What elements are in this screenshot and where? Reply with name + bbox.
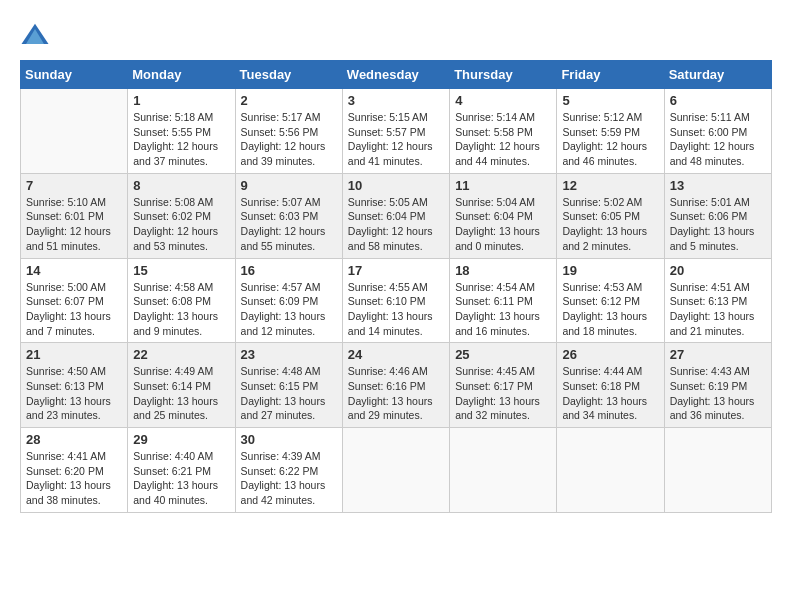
calendar-table: SundayMondayTuesdayWednesdayThursdayFrid… (20, 60, 772, 513)
day-number: 10 (348, 178, 444, 193)
day-info: Sunrise: 4:57 AMSunset: 6:09 PMDaylight:… (241, 280, 337, 339)
calendar-cell: 11Sunrise: 5:04 AMSunset: 6:04 PMDayligh… (450, 173, 557, 258)
logo (20, 20, 54, 50)
calendar-cell: 21Sunrise: 4:50 AMSunset: 6:13 PMDayligh… (21, 343, 128, 428)
calendar-cell: 19Sunrise: 4:53 AMSunset: 6:12 PMDayligh… (557, 258, 664, 343)
day-info: Sunrise: 5:10 AMSunset: 6:01 PMDaylight:… (26, 195, 122, 254)
day-info: Sunrise: 4:48 AMSunset: 6:15 PMDaylight:… (241, 364, 337, 423)
calendar-cell: 16Sunrise: 4:57 AMSunset: 6:09 PMDayligh… (235, 258, 342, 343)
calendar-header-row: SundayMondayTuesdayWednesdayThursdayFrid… (21, 61, 772, 89)
day-number: 19 (562, 263, 658, 278)
calendar-cell: 26Sunrise: 4:44 AMSunset: 6:18 PMDayligh… (557, 343, 664, 428)
calendar-cell: 14Sunrise: 5:00 AMSunset: 6:07 PMDayligh… (21, 258, 128, 343)
day-info: Sunrise: 4:55 AMSunset: 6:10 PMDaylight:… (348, 280, 444, 339)
day-number: 23 (241, 347, 337, 362)
day-info: Sunrise: 5:11 AMSunset: 6:00 PMDaylight:… (670, 110, 766, 169)
calendar-week-row: 14Sunrise: 5:00 AMSunset: 6:07 PMDayligh… (21, 258, 772, 343)
calendar-cell: 28Sunrise: 4:41 AMSunset: 6:20 PMDayligh… (21, 428, 128, 513)
day-number: 26 (562, 347, 658, 362)
calendar-cell: 2Sunrise: 5:17 AMSunset: 5:56 PMDaylight… (235, 89, 342, 174)
day-number: 7 (26, 178, 122, 193)
day-number: 18 (455, 263, 551, 278)
calendar-cell: 6Sunrise: 5:11 AMSunset: 6:00 PMDaylight… (664, 89, 771, 174)
calendar-cell (557, 428, 664, 513)
day-info: Sunrise: 5:12 AMSunset: 5:59 PMDaylight:… (562, 110, 658, 169)
day-info: Sunrise: 5:15 AMSunset: 5:57 PMDaylight:… (348, 110, 444, 169)
day-number: 28 (26, 432, 122, 447)
calendar-week-row: 28Sunrise: 4:41 AMSunset: 6:20 PMDayligh… (21, 428, 772, 513)
calendar-cell: 10Sunrise: 5:05 AMSunset: 6:04 PMDayligh… (342, 173, 449, 258)
day-info: Sunrise: 5:01 AMSunset: 6:06 PMDaylight:… (670, 195, 766, 254)
day-number: 15 (133, 263, 229, 278)
day-info: Sunrise: 4:50 AMSunset: 6:13 PMDaylight:… (26, 364, 122, 423)
calendar-week-row: 21Sunrise: 4:50 AMSunset: 6:13 PMDayligh… (21, 343, 772, 428)
day-number: 27 (670, 347, 766, 362)
calendar-cell: 18Sunrise: 4:54 AMSunset: 6:11 PMDayligh… (450, 258, 557, 343)
day-number: 25 (455, 347, 551, 362)
day-number: 29 (133, 432, 229, 447)
calendar-cell: 7Sunrise: 5:10 AMSunset: 6:01 PMDaylight… (21, 173, 128, 258)
day-info: Sunrise: 4:41 AMSunset: 6:20 PMDaylight:… (26, 449, 122, 508)
calendar-cell: 15Sunrise: 4:58 AMSunset: 6:08 PMDayligh… (128, 258, 235, 343)
calendar-cell: 17Sunrise: 4:55 AMSunset: 6:10 PMDayligh… (342, 258, 449, 343)
column-header-tuesday: Tuesday (235, 61, 342, 89)
column-header-saturday: Saturday (664, 61, 771, 89)
day-number: 30 (241, 432, 337, 447)
day-info: Sunrise: 5:17 AMSunset: 5:56 PMDaylight:… (241, 110, 337, 169)
calendar-cell: 20Sunrise: 4:51 AMSunset: 6:13 PMDayligh… (664, 258, 771, 343)
day-info: Sunrise: 5:04 AMSunset: 6:04 PMDaylight:… (455, 195, 551, 254)
day-number: 24 (348, 347, 444, 362)
day-info: Sunrise: 4:54 AMSunset: 6:11 PMDaylight:… (455, 280, 551, 339)
day-number: 3 (348, 93, 444, 108)
day-info: Sunrise: 4:40 AMSunset: 6:21 PMDaylight:… (133, 449, 229, 508)
calendar-cell: 22Sunrise: 4:49 AMSunset: 6:14 PMDayligh… (128, 343, 235, 428)
day-number: 16 (241, 263, 337, 278)
calendar-week-row: 1Sunrise: 5:18 AMSunset: 5:55 PMDaylight… (21, 89, 772, 174)
day-info: Sunrise: 4:58 AMSunset: 6:08 PMDaylight:… (133, 280, 229, 339)
calendar-cell: 27Sunrise: 4:43 AMSunset: 6:19 PMDayligh… (664, 343, 771, 428)
calendar-cell (664, 428, 771, 513)
day-number: 4 (455, 93, 551, 108)
day-info: Sunrise: 5:02 AMSunset: 6:05 PMDaylight:… (562, 195, 658, 254)
logo-icon (20, 20, 50, 50)
day-info: Sunrise: 5:18 AMSunset: 5:55 PMDaylight:… (133, 110, 229, 169)
calendar-cell (450, 428, 557, 513)
day-info: Sunrise: 5:14 AMSunset: 5:58 PMDaylight:… (455, 110, 551, 169)
day-info: Sunrise: 5:00 AMSunset: 6:07 PMDaylight:… (26, 280, 122, 339)
day-number: 9 (241, 178, 337, 193)
calendar-cell: 5Sunrise: 5:12 AMSunset: 5:59 PMDaylight… (557, 89, 664, 174)
page-header (20, 20, 772, 50)
calendar-cell (21, 89, 128, 174)
column-header-friday: Friday (557, 61, 664, 89)
calendar-cell: 13Sunrise: 5:01 AMSunset: 6:06 PMDayligh… (664, 173, 771, 258)
day-info: Sunrise: 5:07 AMSunset: 6:03 PMDaylight:… (241, 195, 337, 254)
column-header-sunday: Sunday (21, 61, 128, 89)
calendar-cell: 24Sunrise: 4:46 AMSunset: 6:16 PMDayligh… (342, 343, 449, 428)
day-info: Sunrise: 5:05 AMSunset: 6:04 PMDaylight:… (348, 195, 444, 254)
day-number: 13 (670, 178, 766, 193)
calendar-cell: 3Sunrise: 5:15 AMSunset: 5:57 PMDaylight… (342, 89, 449, 174)
calendar-cell: 8Sunrise: 5:08 AMSunset: 6:02 PMDaylight… (128, 173, 235, 258)
day-number: 1 (133, 93, 229, 108)
day-info: Sunrise: 4:39 AMSunset: 6:22 PMDaylight:… (241, 449, 337, 508)
day-number: 5 (562, 93, 658, 108)
day-info: Sunrise: 4:44 AMSunset: 6:18 PMDaylight:… (562, 364, 658, 423)
calendar-cell: 30Sunrise: 4:39 AMSunset: 6:22 PMDayligh… (235, 428, 342, 513)
calendar-week-row: 7Sunrise: 5:10 AMSunset: 6:01 PMDaylight… (21, 173, 772, 258)
calendar-cell: 25Sunrise: 4:45 AMSunset: 6:17 PMDayligh… (450, 343, 557, 428)
day-info: Sunrise: 4:51 AMSunset: 6:13 PMDaylight:… (670, 280, 766, 339)
calendar-cell: 12Sunrise: 5:02 AMSunset: 6:05 PMDayligh… (557, 173, 664, 258)
calendar-cell: 29Sunrise: 4:40 AMSunset: 6:21 PMDayligh… (128, 428, 235, 513)
day-info: Sunrise: 5:08 AMSunset: 6:02 PMDaylight:… (133, 195, 229, 254)
day-info: Sunrise: 4:45 AMSunset: 6:17 PMDaylight:… (455, 364, 551, 423)
day-info: Sunrise: 4:46 AMSunset: 6:16 PMDaylight:… (348, 364, 444, 423)
calendar-cell: 9Sunrise: 5:07 AMSunset: 6:03 PMDaylight… (235, 173, 342, 258)
day-number: 20 (670, 263, 766, 278)
day-info: Sunrise: 4:53 AMSunset: 6:12 PMDaylight:… (562, 280, 658, 339)
day-info: Sunrise: 4:49 AMSunset: 6:14 PMDaylight:… (133, 364, 229, 423)
day-info: Sunrise: 4:43 AMSunset: 6:19 PMDaylight:… (670, 364, 766, 423)
day-number: 2 (241, 93, 337, 108)
day-number: 8 (133, 178, 229, 193)
calendar-cell (342, 428, 449, 513)
calendar-cell: 4Sunrise: 5:14 AMSunset: 5:58 PMDaylight… (450, 89, 557, 174)
